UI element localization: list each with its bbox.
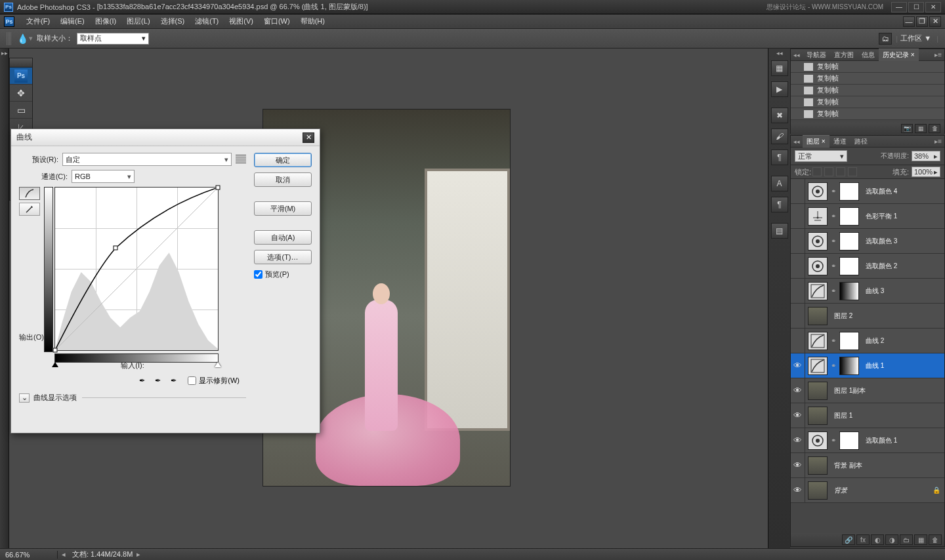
white-point-slider[interactable]	[215, 362, 221, 367]
layer-row[interactable]: 👁⚭曲线 1	[791, 353, 944, 378]
go-bridge-icon[interactable]: 🗂	[879, 33, 892, 45]
layer-name[interactable]: 选取颜色 4	[862, 187, 944, 196]
channel-select[interactable]: RGB ▾	[72, 170, 135, 183]
adjustment-thumb[interactable]	[808, 182, 828, 201]
lock-all-button[interactable]	[848, 167, 857, 176]
preset-select[interactable]: 自定 ▾	[62, 153, 232, 166]
history-item[interactable]: 复制帧	[791, 96, 944, 108]
dock-icon-3[interactable]: ✖	[771, 108, 788, 123]
layer-name[interactable]: 选取颜色 2	[862, 262, 944, 271]
adjustment-layer-button[interactable]: ◑	[885, 534, 898, 545]
mask-link-icon[interactable]: ⚭	[830, 188, 837, 195]
layer-mask-thumb[interactable]	[839, 357, 859, 375]
options-grip-icon[interactable]	[7, 32, 12, 45]
doc-close-button[interactable]: ✕	[929, 16, 941, 27]
layer-row[interactable]: 👁背景🔒	[791, 478, 944, 503]
adjustment-thumb[interactable]	[808, 257, 828, 275]
lock-position-button[interactable]	[836, 167, 845, 176]
doc-minimize-button[interactable]: —	[903, 16, 915, 27]
mask-link-icon[interactable]: ⚭	[830, 237, 837, 245]
visibility-toggle[interactable]: 👁	[791, 403, 805, 428]
auto-button[interactable]: 自动(A)	[254, 230, 312, 245]
lock-pixels-button[interactable]	[824, 167, 833, 176]
layer-thumb[interactable]	[808, 456, 828, 475]
visibility-toggle[interactable]: 👁	[791, 428, 805, 452]
dock-icon-2[interactable]: ▶	[771, 81, 788, 97]
history-snapshot-button[interactable]: 📷	[901, 124, 913, 133]
dock-icon-1[interactable]: ▦	[771, 60, 788, 76]
mask-link-icon[interactable]: ⚭	[830, 437, 837, 444]
history-item[interactable]: 复制帧	[791, 85, 944, 96]
dock-icon-4[interactable]: 🖌	[771, 129, 788, 144]
visibility-toggle[interactable]: 👁	[791, 378, 805, 403]
adjustment-thumb[interactable]	[808, 207, 828, 226]
expand-dock-icon[interactable]: ▸▸	[0, 49, 9, 58]
tab-navigator[interactable]: 导航器	[803, 49, 830, 61]
menu-window[interactable]: 窗口(W)	[259, 15, 295, 28]
visibility-toggle[interactable]	[791, 304, 805, 328]
layer-name[interactable]: 曲线 2	[862, 336, 944, 346]
preview-checkbox[interactable]: 预览(P)	[254, 270, 312, 279]
new-layer-button[interactable]: ▦	[914, 534, 927, 545]
dock-icon-7[interactable]: ¶	[771, 197, 788, 212]
layer-group-button[interactable]: 🗀	[900, 534, 913, 545]
visibility-toggle[interactable]	[791, 204, 805, 228]
layer-mask-button[interactable]: ◐	[871, 534, 884, 545]
layer-mask-thumb[interactable]	[839, 257, 859, 275]
eyedropper-tool-icon[interactable]: 💧	[16, 33, 29, 45]
layer-thumb[interactable]	[808, 307, 828, 325]
layer-row[interactable]: 👁背景 副本	[791, 453, 944, 478]
layer-name[interactable]: 图层 2	[830, 311, 944, 321]
layer-mask-thumb[interactable]	[839, 207, 859, 226]
curve-point-mode-button[interactable]	[19, 187, 40, 200]
black-point-slider[interactable]	[52, 362, 58, 367]
fill-input[interactable]: 100%▸	[912, 167, 940, 177]
tab-channels[interactable]: 通道	[830, 136, 850, 148]
adjustment-thumb[interactable]	[808, 357, 828, 375]
document-info[interactable]: 文档: 1.44M/24.8M	[72, 550, 133, 559]
layer-mask-thumb[interactable]	[839, 232, 859, 250]
visibility-toggle[interactable]	[791, 254, 805, 278]
white-eyedropper-icon[interactable]: ✒	[167, 374, 180, 386]
collapse-dock-icon[interactable]: ◂◂	[768, 49, 790, 58]
maximize-button[interactable]: ☐	[908, 2, 924, 12]
layer-row[interactable]: ⚭选取颜色 4	[791, 179, 944, 204]
layer-row[interactable]: ⚭色彩平衡 1	[791, 204, 944, 229]
menu-filter[interactable]: 滤镜(T)	[190, 15, 224, 28]
preview-input[interactable]	[254, 270, 262, 279]
collapse-panel-icon[interactable]: ◂◂	[791, 52, 803, 58]
mask-link-icon[interactable]: ⚭	[830, 262, 837, 270]
mask-link-icon[interactable]: ⚭	[830, 337, 837, 344]
layer-name[interactable]: 曲线 3	[862, 287, 944, 296]
link-layers-button[interactable]: 🔗	[842, 534, 855, 545]
visibility-toggle[interactable]	[791, 279, 805, 303]
history-item[interactable]: 复制帧	[791, 73, 944, 85]
layer-row[interactable]: 👁⚭选取颜色 1	[791, 428, 944, 453]
doc-info-menu-icon[interactable]: ▸	[136, 550, 140, 559]
layer-name[interactable]: 图层 1副本	[830, 386, 944, 395]
adjustment-thumb[interactable]	[808, 282, 828, 300]
history-delete-button[interactable]: 🗑	[929, 124, 940, 133]
smooth-button[interactable]: 平滑(M)	[254, 201, 312, 216]
layer-mask-thumb[interactable]	[839, 332, 859, 350]
cancel-button[interactable]: 取消	[254, 172, 312, 187]
toolbox-grip[interactable]	[10, 58, 32, 68]
layer-name[interactable]: 曲线 1	[862, 361, 944, 370]
tool-ps-home[interactable]: Ps	[10, 68, 32, 85]
curves-grid[interactable]	[54, 187, 219, 351]
tab-histogram[interactable]: 直方图	[830, 49, 858, 61]
dock-icon-8[interactable]: ▤	[771, 223, 788, 239]
layer-mask-thumb[interactable]	[839, 431, 859, 450]
adjustment-thumb[interactable]	[808, 431, 828, 450]
delete-layer-button[interactable]: 🗑	[929, 534, 942, 545]
tab-paths[interactable]: 路径	[850, 136, 872, 148]
visibility-toggle[interactable]	[791, 229, 805, 253]
curve-point-mid[interactable]	[113, 245, 117, 250]
workspace-label[interactable]: 工作区 ▼	[898, 33, 936, 43]
doc-restore-button[interactable]: ❐	[916, 16, 928, 27]
blend-mode-select[interactable]: 正常 ▾	[795, 150, 847, 162]
tab-history[interactable]: 历史记录 ×	[879, 49, 919, 61]
panel-menu-icon[interactable]: ▸≡	[932, 51, 944, 58]
ok-button[interactable]: 确定	[254, 153, 312, 167]
show-clipping-checkbox[interactable]: 显示修剪(W)	[188, 376, 240, 386]
